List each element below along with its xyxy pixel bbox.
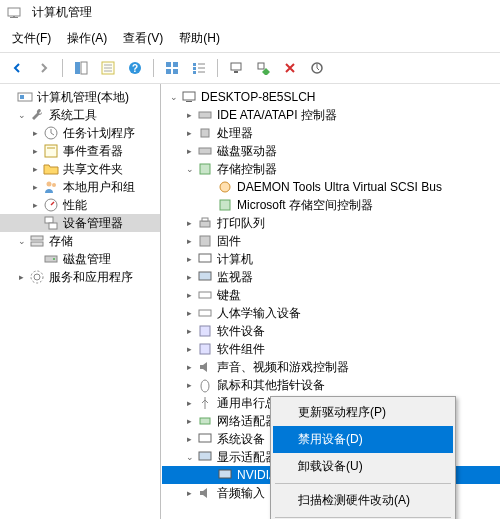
device-category[interactable]: ▸计算机 bbox=[162, 250, 500, 268]
svg-rect-13 bbox=[166, 69, 171, 74]
svg-rect-0 bbox=[8, 8, 20, 16]
expand-icon[interactable]: ▸ bbox=[14, 272, 29, 282]
device-category[interactable]: ▸人体学输入设备 bbox=[162, 304, 500, 322]
tree-storage[interactable]: ⌄存储 bbox=[0, 232, 160, 250]
collapse-icon[interactable]: ⌄ bbox=[182, 164, 197, 174]
label: 本地用户和组 bbox=[63, 179, 135, 196]
enable-icon[interactable] bbox=[251, 56, 275, 80]
expand-icon[interactable]: ▸ bbox=[28, 146, 43, 156]
tree-task-scheduler[interactable]: ▸任务计划程序 bbox=[0, 124, 160, 142]
tree-device-manager[interactable]: ▸设备管理器 bbox=[0, 214, 160, 232]
expand-icon[interactable]: ▸ bbox=[182, 434, 197, 444]
svg-rect-60 bbox=[199, 434, 211, 442]
tree-system-tools[interactable]: ⌄系统工具 bbox=[0, 106, 160, 124]
ctx-disable-device[interactable]: 禁用设备(D) bbox=[273, 426, 453, 453]
forward-button[interactable] bbox=[32, 56, 56, 80]
expand-icon[interactable]: ▸ bbox=[182, 344, 197, 354]
expand-icon[interactable]: ▸ bbox=[182, 308, 197, 318]
computer-icon[interactable] bbox=[224, 56, 248, 80]
device-category[interactable]: ▸处理器 bbox=[162, 124, 500, 142]
system-dev-icon bbox=[197, 431, 213, 447]
expand-icon[interactable]: ▸ bbox=[182, 218, 197, 228]
expand-icon[interactable]: ▸ bbox=[182, 488, 197, 498]
tree-disk-mgmt[interactable]: ▸磁盘管理 bbox=[0, 250, 160, 268]
collapse-icon[interactable]: ⌄ bbox=[14, 110, 29, 120]
expand-icon[interactable]: ▸ bbox=[182, 362, 197, 372]
expand-icon[interactable]: ▸ bbox=[182, 416, 197, 426]
show-hide-tree-button[interactable] bbox=[69, 56, 93, 80]
device-category[interactable]: ▸鼠标和其他指针设备 bbox=[162, 376, 500, 394]
expand-icon[interactable]: ▸ bbox=[28, 164, 43, 174]
expand-icon[interactable]: ▸ bbox=[182, 290, 197, 300]
collapse-icon[interactable]: ⌄ bbox=[166, 92, 181, 102]
tree-event-viewer[interactable]: ▸事件查看器 bbox=[0, 142, 160, 160]
device-category[interactable]: ▸键盘 bbox=[162, 286, 500, 304]
expand-icon[interactable]: ▸ bbox=[182, 110, 197, 120]
svg-rect-45 bbox=[199, 148, 211, 154]
expand-icon[interactable]: ▸ bbox=[182, 380, 197, 390]
usb-icon bbox=[197, 395, 213, 411]
menu-help[interactable]: 帮助(H) bbox=[171, 27, 228, 50]
device-category[interactable]: ▸监视器 bbox=[162, 268, 500, 286]
collapse-icon[interactable]: ⌄ bbox=[182, 452, 197, 462]
properties-icon[interactable] bbox=[96, 56, 120, 80]
view-list-icon[interactable] bbox=[187, 56, 211, 80]
context-menu: 更新驱动程序(P) 禁用设备(D) 卸载设备(U) 扫描检测硬件改动(A) 属性… bbox=[270, 396, 456, 519]
ctx-scan-hardware[interactable]: 扫描检测硬件改动(A) bbox=[273, 487, 453, 514]
label: 软件组件 bbox=[217, 341, 265, 358]
label: DAEMON Tools Ultra Virtual SCSI Bus bbox=[237, 180, 442, 194]
expand-icon[interactable]: ▸ bbox=[182, 236, 197, 246]
menu-file[interactable]: 文件(F) bbox=[4, 27, 59, 50]
device-category[interactable]: ▸声音、视频和游戏控制器 bbox=[162, 358, 500, 376]
expand-icon[interactable]: ▸ bbox=[28, 128, 43, 138]
tree-performance[interactable]: ▸性能 bbox=[0, 196, 160, 214]
device-category[interactable]: ⌄存储控制器 bbox=[162, 160, 500, 178]
svg-rect-19 bbox=[193, 71, 196, 74]
device-item[interactable]: ▸DAEMON Tools Ultra Virtual SCSI Bus bbox=[162, 178, 500, 196]
device-host[interactable]: ⌄DESKTOP-8E5SLCH bbox=[162, 88, 500, 106]
svg-rect-11 bbox=[166, 62, 171, 67]
ctx-uninstall-device[interactable]: 卸载设备(U) bbox=[273, 453, 453, 480]
expand-icon[interactable]: ▸ bbox=[28, 182, 43, 192]
svg-point-58 bbox=[201, 380, 209, 392]
svg-rect-12 bbox=[173, 62, 178, 67]
svg-rect-2 bbox=[13, 16, 15, 18]
expand-icon[interactable]: ▸ bbox=[182, 254, 197, 264]
tree-local-users[interactable]: ▸本地用户和组 bbox=[0, 178, 160, 196]
svg-rect-46 bbox=[200, 164, 210, 174]
computer-icon bbox=[181, 89, 197, 105]
device-category[interactable]: ▸IDE ATA/ATAPI 控制器 bbox=[162, 106, 500, 124]
view-small-icon[interactable] bbox=[160, 56, 184, 80]
tree-shared-folders[interactable]: ▸共享文件夹 bbox=[0, 160, 160, 178]
label: 事件查看器 bbox=[63, 143, 123, 160]
expand-icon[interactable]: ▸ bbox=[182, 326, 197, 336]
back-button[interactable] bbox=[5, 56, 29, 80]
device-category[interactable]: ▸固件 bbox=[162, 232, 500, 250]
device-category[interactable]: ▸打印队列 bbox=[162, 214, 500, 232]
tree-services[interactable]: ▸服务和应用程序 bbox=[0, 268, 160, 286]
hid-icon bbox=[197, 305, 213, 321]
expand-icon[interactable]: ▸ bbox=[182, 146, 197, 156]
label: 网络适配器 bbox=[217, 413, 277, 430]
collapse-icon[interactable]: ⌄ bbox=[14, 236, 29, 246]
expand-icon[interactable]: ▸ bbox=[182, 128, 197, 138]
expand-icon[interactable]: ▸ bbox=[182, 398, 197, 408]
scan-icon[interactable] bbox=[305, 56, 329, 80]
tree-root[interactable]: ▸计算机管理(本地) bbox=[0, 88, 160, 106]
ctx-update-driver[interactable]: 更新驱动程序(P) bbox=[273, 399, 453, 426]
scsi-icon bbox=[217, 179, 233, 195]
toolbar: ? bbox=[0, 52, 500, 84]
device-category[interactable]: ▸软件组件 bbox=[162, 340, 500, 358]
folder-share-icon bbox=[43, 161, 59, 177]
help-icon[interactable]: ? bbox=[123, 56, 147, 80]
uninstall-icon[interactable] bbox=[278, 56, 302, 80]
device-category[interactable]: ▸磁盘驱动器 bbox=[162, 142, 500, 160]
expand-icon[interactable]: ▸ bbox=[28, 200, 43, 210]
svg-rect-22 bbox=[234, 71, 238, 73]
device-category[interactable]: ▸软件设备 bbox=[162, 322, 500, 340]
menu-action[interactable]: 操作(A) bbox=[59, 27, 115, 50]
device-item[interactable]: ▸Microsoft 存储空间控制器 bbox=[162, 196, 500, 214]
menu-view[interactable]: 查看(V) bbox=[115, 27, 171, 50]
expand-icon[interactable]: ▸ bbox=[182, 272, 197, 282]
svg-rect-15 bbox=[193, 63, 196, 66]
